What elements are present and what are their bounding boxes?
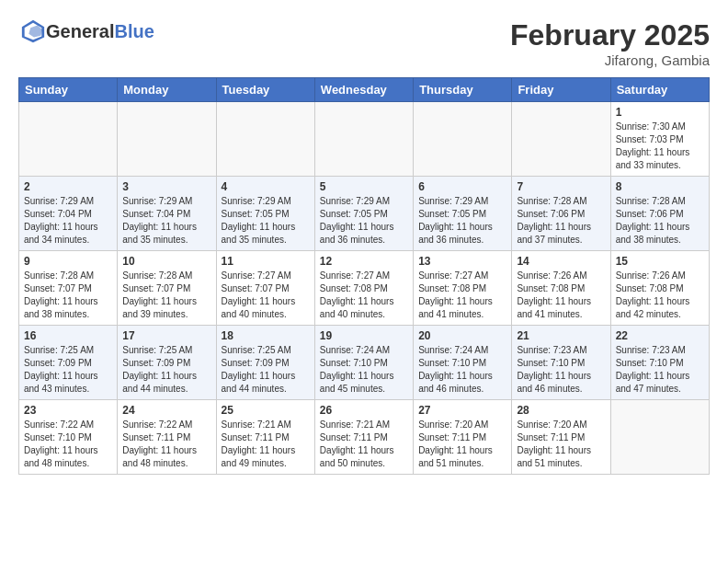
day-number: 25 (222, 404, 310, 417)
calendar-cell (19, 102, 118, 177)
day-info: Sunrise: 7:29 AM Sunset: 7:05 PM Dayligh… (418, 195, 506, 247)
day-info: Sunrise: 7:25 AM Sunset: 7:09 PM Dayligh… (222, 344, 310, 396)
day-number: 28 (517, 404, 605, 417)
day-info: Sunrise: 7:28 AM Sunset: 7:06 PM Dayligh… (517, 195, 605, 247)
calendar-cell: 11Sunrise: 7:27 AM Sunset: 7:07 PM Dayli… (216, 251, 314, 326)
day-info: Sunrise: 7:24 AM Sunset: 7:10 PM Dayligh… (418, 344, 506, 396)
day-info: Sunrise: 7:27 AM Sunset: 7:08 PM Dayligh… (320, 270, 408, 321)
weekday-header-cell: Saturday (610, 78, 709, 102)
day-number: 17 (122, 329, 210, 342)
day-info: Sunrise: 7:29 AM Sunset: 7:04 PM Dayligh… (122, 195, 210, 247)
logo-blue: Blue (114, 21, 154, 41)
calendar-cell: 8Sunrise: 7:28 AM Sunset: 7:06 PM Daylig… (610, 177, 709, 251)
day-number: 21 (517, 329, 605, 342)
weekday-header-cell: Tuesday (216, 78, 314, 102)
calendar-body: 1Sunrise: 7:30 AM Sunset: 7:03 PM Daylig… (19, 102, 710, 475)
day-info: Sunrise: 7:29 AM Sunset: 7:04 PM Dayligh… (24, 195, 112, 247)
calendar-cell: 21Sunrise: 7:23 AM Sunset: 7:10 PM Dayli… (512, 326, 610, 400)
day-number: 26 (320, 404, 408, 417)
day-number: 20 (418, 329, 506, 342)
day-number: 11 (222, 255, 310, 268)
calendar-cell: 19Sunrise: 7:24 AM Sunset: 7:10 PM Dayli… (314, 326, 413, 400)
calendar-cell: 26Sunrise: 7:21 AM Sunset: 7:11 PM Dayli… (314, 400, 413, 475)
day-number: 14 (517, 255, 605, 268)
day-info: Sunrise: 7:28 AM Sunset: 7:07 PM Dayligh… (24, 270, 112, 321)
day-number: 1 (616, 106, 704, 119)
day-number: 19 (320, 329, 408, 342)
location-subtitle: Jifarong, Gambia (510, 52, 710, 68)
day-info: Sunrise: 7:27 AM Sunset: 7:07 PM Dayligh… (222, 270, 310, 321)
day-number: 2 (24, 180, 112, 193)
calendar-cell: 28Sunrise: 7:20 AM Sunset: 7:11 PM Dayli… (512, 400, 610, 475)
logo-icon (20, 18, 46, 44)
calendar-cell: 17Sunrise: 7:25 AM Sunset: 7:09 PM Dayli… (118, 326, 216, 400)
day-number: 4 (222, 180, 310, 193)
logo: GeneralBlue (18, 18, 154, 44)
calendar-week-row: 23Sunrise: 7:22 AM Sunset: 7:10 PM Dayli… (19, 400, 710, 475)
calendar-cell (314, 102, 413, 177)
day-number: 23 (24, 404, 112, 417)
calendar-cell: 9Sunrise: 7:28 AM Sunset: 7:07 PM Daylig… (19, 251, 118, 326)
day-info: Sunrise: 7:27 AM Sunset: 7:08 PM Dayligh… (418, 270, 506, 321)
weekday-header-cell: Sunday (19, 78, 118, 102)
day-number: 24 (122, 404, 210, 417)
day-info: Sunrise: 7:25 AM Sunset: 7:09 PM Dayligh… (122, 344, 210, 396)
calendar-cell: 12Sunrise: 7:27 AM Sunset: 7:08 PM Dayli… (314, 251, 413, 326)
calendar-cell: 25Sunrise: 7:21 AM Sunset: 7:11 PM Dayli… (216, 400, 314, 475)
day-info: Sunrise: 7:28 AM Sunset: 7:06 PM Dayligh… (616, 195, 704, 247)
calendar-cell: 2Sunrise: 7:29 AM Sunset: 7:04 PM Daylig… (19, 177, 118, 251)
calendar-cell: 13Sunrise: 7:27 AM Sunset: 7:08 PM Dayli… (414, 251, 512, 326)
calendar-cell: 4Sunrise: 7:29 AM Sunset: 7:05 PM Daylig… (216, 177, 314, 251)
day-number: 18 (222, 329, 310, 342)
day-number: 7 (517, 180, 605, 193)
calendar-cell: 14Sunrise: 7:26 AM Sunset: 7:08 PM Dayli… (512, 251, 610, 326)
day-info: Sunrise: 7:20 AM Sunset: 7:11 PM Dayligh… (418, 419, 506, 470)
day-info: Sunrise: 7:21 AM Sunset: 7:11 PM Dayligh… (320, 419, 408, 470)
title-block: February 2025 Jifarong, Gambia (510, 18, 710, 68)
weekday-header-cell: Wednesday (314, 78, 413, 102)
day-info: Sunrise: 7:21 AM Sunset: 7:11 PM Dayligh… (222, 419, 310, 470)
day-info: Sunrise: 7:24 AM Sunset: 7:10 PM Dayligh… (320, 344, 408, 396)
calendar-cell (512, 102, 610, 177)
calendar-cell: 6Sunrise: 7:29 AM Sunset: 7:05 PM Daylig… (414, 177, 512, 251)
day-number: 5 (320, 180, 408, 193)
header-row: GeneralBlue February 2025 Jifarong, Gamb… (18, 18, 710, 68)
day-info: Sunrise: 7:20 AM Sunset: 7:11 PM Dayligh… (517, 419, 605, 470)
weekday-header-cell: Thursday (414, 78, 512, 102)
calendar-cell: 18Sunrise: 7:25 AM Sunset: 7:09 PM Dayli… (216, 326, 314, 400)
month-year-title: February 2025 (510, 18, 710, 52)
weekday-header-cell: Monday (118, 78, 216, 102)
day-info: Sunrise: 7:26 AM Sunset: 7:08 PM Dayligh… (517, 270, 605, 321)
calendar-cell (414, 102, 512, 177)
day-number: 10 (122, 255, 210, 268)
day-number: 13 (418, 255, 506, 268)
calendar-cell: 7Sunrise: 7:28 AM Sunset: 7:06 PM Daylig… (512, 177, 610, 251)
calendar-week-row: 1Sunrise: 7:30 AM Sunset: 7:03 PM Daylig… (19, 102, 710, 177)
day-info: Sunrise: 7:26 AM Sunset: 7:08 PM Dayligh… (616, 270, 704, 321)
logo-general: General (46, 21, 114, 41)
calendar-week-row: 16Sunrise: 7:25 AM Sunset: 7:09 PM Dayli… (19, 326, 710, 400)
calendar-cell (216, 102, 314, 177)
weekday-header-cell: Friday (512, 78, 610, 102)
day-info: Sunrise: 7:22 AM Sunset: 7:10 PM Dayligh… (24, 419, 112, 470)
day-info: Sunrise: 7:22 AM Sunset: 7:11 PM Dayligh… (122, 419, 210, 470)
calendar-cell: 27Sunrise: 7:20 AM Sunset: 7:11 PM Dayli… (414, 400, 512, 475)
day-info: Sunrise: 7:29 AM Sunset: 7:05 PM Dayligh… (222, 195, 310, 247)
day-info: Sunrise: 7:28 AM Sunset: 7:07 PM Dayligh… (122, 270, 210, 321)
calendar-cell: 23Sunrise: 7:22 AM Sunset: 7:10 PM Dayli… (19, 400, 118, 475)
day-info: Sunrise: 7:29 AM Sunset: 7:05 PM Dayligh… (320, 195, 408, 247)
day-number: 8 (616, 180, 704, 193)
day-info: Sunrise: 7:23 AM Sunset: 7:10 PM Dayligh… (616, 344, 704, 396)
day-info: Sunrise: 7:30 AM Sunset: 7:03 PM Dayligh… (616, 121, 704, 172)
calendar-cell (118, 102, 216, 177)
day-number: 9 (24, 255, 112, 268)
day-info: Sunrise: 7:25 AM Sunset: 7:09 PM Dayligh… (24, 344, 112, 396)
calendar-week-row: 9Sunrise: 7:28 AM Sunset: 7:07 PM Daylig… (19, 251, 710, 326)
day-number: 15 (616, 255, 704, 268)
day-number: 3 (122, 180, 210, 193)
calendar-cell: 20Sunrise: 7:24 AM Sunset: 7:10 PM Dayli… (414, 326, 512, 400)
calendar-cell: 5Sunrise: 7:29 AM Sunset: 7:05 PM Daylig… (314, 177, 413, 251)
calendar-cell: 3Sunrise: 7:29 AM Sunset: 7:04 PM Daylig… (118, 177, 216, 251)
day-info: Sunrise: 7:23 AM Sunset: 7:10 PM Dayligh… (517, 344, 605, 396)
calendar-cell (610, 400, 709, 475)
